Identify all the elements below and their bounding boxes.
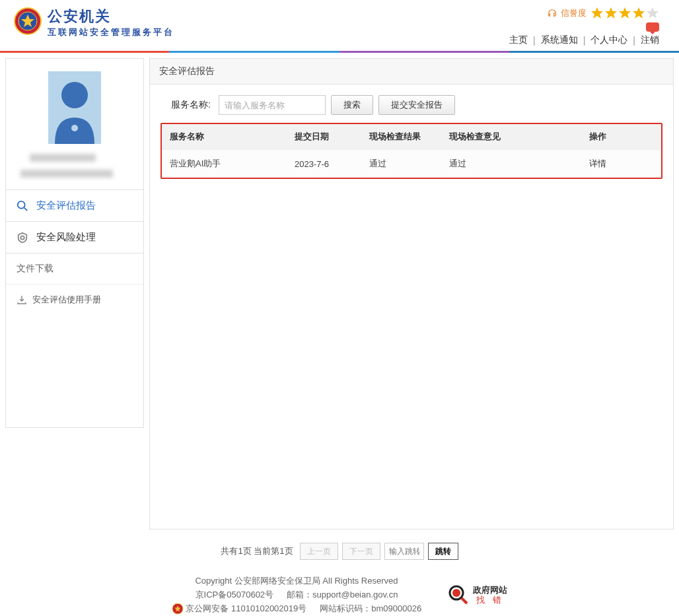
magnifier-icon — [448, 584, 469, 605]
notification-bubble-icon[interactable] — [646, 22, 659, 32]
svg-marker-6 — [633, 7, 645, 18]
cell-opinion: 通过 — [441, 150, 581, 178]
footer-beian: 京公网安备 11010102002019号 — [172, 602, 306, 616]
table-row: 营业鹅AI助手 2023-7-6 通过 通过 详情 — [162, 150, 661, 178]
nav-notice[interactable]: 系统通知 — [541, 34, 578, 46]
col-date: 提交日期 — [287, 124, 361, 150]
nav-separator: | — [533, 35, 536, 46]
sidebar: 安全评估报告 安全风险处理 文件下载 安全评估使用手册 — [5, 58, 144, 530]
reputation-block: 信誉度 — [509, 7, 659, 20]
main-container: 安全评估报告 安全风险处理 文件下载 安全评估使用手册 安全评估报告 服务名称:… — [0, 53, 679, 535]
site-main-title: 公安机关 — [48, 7, 174, 26]
main-panel: 安全评估报告 服务名称: 搜索 提交安全报告 服务名称 提交日期 现场检查结果 … — [149, 58, 674, 530]
sidebar-item-label: 安全评估报告 — [36, 199, 96, 212]
svg-marker-3 — [591, 7, 603, 18]
site-sub-title: 互联网站安全管理服务平台 — [48, 26, 174, 38]
col-result: 现场检查结果 — [361, 124, 441, 150]
cell-date: 2023-7-6 — [287, 150, 361, 178]
service-name-input[interactable] — [219, 95, 326, 115]
star-rating — [590, 7, 659, 20]
svg-point-10 — [71, 125, 78, 131]
svg-line-18 — [462, 598, 467, 603]
avatar-box — [5, 58, 144, 190]
footer-text: Copyright 公安部网络安全保卫局 All Rights Reserved… — [172, 574, 421, 615]
search-icon — [17, 200, 28, 212]
svg-line-12 — [24, 207, 28, 211]
star-icon — [646, 7, 659, 20]
page-info: 共有1页 当前第1页 — [221, 545, 293, 557]
details-link[interactable]: 详情 — [589, 158, 606, 168]
download-header: 文件下载 — [6, 254, 143, 285]
nav-logout[interactable]: 注销 — [641, 34, 659, 46]
col-action: 操作 — [581, 124, 661, 150]
svg-marker-4 — [605, 7, 617, 18]
download-box: 文件下载 安全评估使用手册 — [5, 254, 144, 428]
shield-icon — [17, 232, 28, 244]
svg-marker-7 — [647, 7, 659, 18]
nav-separator: | — [633, 35, 635, 46]
svg-point-13 — [20, 236, 24, 239]
nav-profile[interactable]: 个人中心 — [590, 34, 627, 46]
next-page-button[interactable]: 下一页 — [342, 543, 380, 560]
table-header-row: 服务名称 提交日期 现场检查结果 现场检查意见 操作 — [162, 124, 661, 150]
footer: Copyright 公安部网络安全保卫局 All Rights Reserved… — [0, 568, 679, 616]
filter-row: 服务名称: 搜索 提交安全报告 — [161, 95, 662, 115]
gov-error-badge[interactable]: 政府网站 找 错 — [448, 584, 507, 605]
nav-home[interactable]: 主页 — [509, 34, 528, 46]
col-name: 服务名称 — [162, 124, 287, 150]
star-icon — [632, 7, 645, 20]
filter-label: 服务名称: — [171, 99, 211, 111]
sidebar-item-label: 安全风险处理 — [36, 231, 96, 244]
footer-icp: 京ICP备05070602号 — [196, 588, 274, 602]
star-icon — [604, 7, 618, 20]
data-table-highlight: 服务名称 提交日期 现场检查结果 现场检查意见 操作 营业鹅AI助手 2023-… — [161, 123, 662, 179]
reputation-label: 信誉度 — [561, 7, 587, 19]
police-badge-icon — [13, 7, 42, 36]
nav-separator: | — [583, 35, 586, 46]
prev-page-button[interactable]: 上一页 — [300, 543, 338, 560]
header: 公安机关 互联网站安全管理服务平台 信誉度 主页 | 系统通知 | 个人中心 |… — [0, 0, 679, 53]
cell-name: 营业鹅AI助手 — [162, 150, 287, 178]
top-nav: 主页 | 系统通知 | 个人中心 | 注销 — [509, 34, 659, 46]
police-badge-icon — [172, 603, 184, 615]
col-opinion: 现场检查意见 — [441, 124, 581, 150]
page-jump-input[interactable] — [384, 543, 424, 560]
cell-result: 通过 — [361, 150, 441, 178]
page-jump-button[interactable]: 跳转 — [428, 543, 458, 560]
footer-site-id: 网站标识码：bm09000026 — [320, 602, 421, 616]
star-icon — [590, 7, 604, 20]
gov-badge-text: 政府网站 找 错 — [473, 585, 507, 605]
pagination: 共有1页 当前第1页 上一页 下一页 跳转 — [0, 535, 679, 568]
svg-point-9 — [61, 82, 88, 108]
headset-icon — [548, 9, 557, 18]
panel-title: 安全评估报告 — [150, 59, 673, 85]
panel-body: 服务名称: 搜索 提交安全报告 服务名称 提交日期 现场检查结果 现场检查意见 … — [150, 85, 673, 189]
svg-point-17 — [452, 589, 460, 597]
sidebar-item-risk[interactable]: 安全风险处理 — [6, 222, 143, 253]
search-button[interactable]: 搜索 — [331, 95, 373, 115]
download-icon — [17, 294, 27, 305]
footer-copyright: Copyright 公安部网络安全保卫局 All Rights Reserved — [172, 574, 421, 588]
header-right: 信誉度 主页 | 系统通知 | 个人中心 | 注销 — [509, 7, 659, 46]
footer-email: 邮箱：support@beian.gov.cn — [287, 588, 398, 602]
download-item-manual[interactable]: 安全评估使用手册 — [6, 285, 143, 315]
download-item-label: 安全评估使用手册 — [32, 294, 101, 306]
submit-report-button[interactable]: 提交安全报告 — [378, 95, 455, 115]
svg-marker-5 — [619, 7, 631, 18]
sidebar-menu: 安全评估报告 安全风险处理 — [5, 190, 144, 254]
sidebar-item-report[interactable]: 安全评估报告 — [6, 190, 143, 222]
report-table: 服务名称 提交日期 现场检查结果 现场检查意见 操作 营业鹅AI助手 2023-… — [162, 124, 661, 178]
svg-point-11 — [18, 201, 25, 208]
star-icon — [618, 7, 631, 20]
